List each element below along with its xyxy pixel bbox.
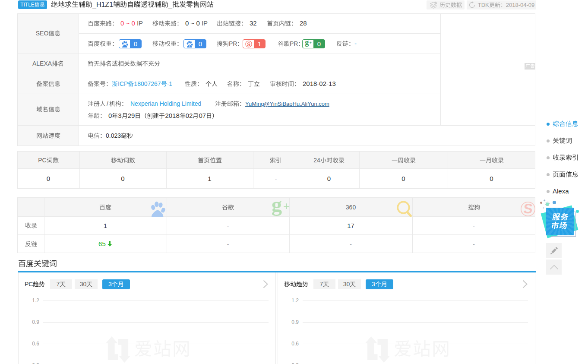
svg-text:M: M bbox=[189, 45, 190, 47]
svg-text:S: S bbox=[247, 41, 251, 47]
svg-text:+: + bbox=[310, 40, 312, 45]
svg-text:S: S bbox=[523, 201, 534, 216]
svg-text:g: g bbox=[272, 193, 282, 216]
svg-text:+: + bbox=[283, 200, 290, 212]
svg-text:g: g bbox=[305, 39, 309, 47]
